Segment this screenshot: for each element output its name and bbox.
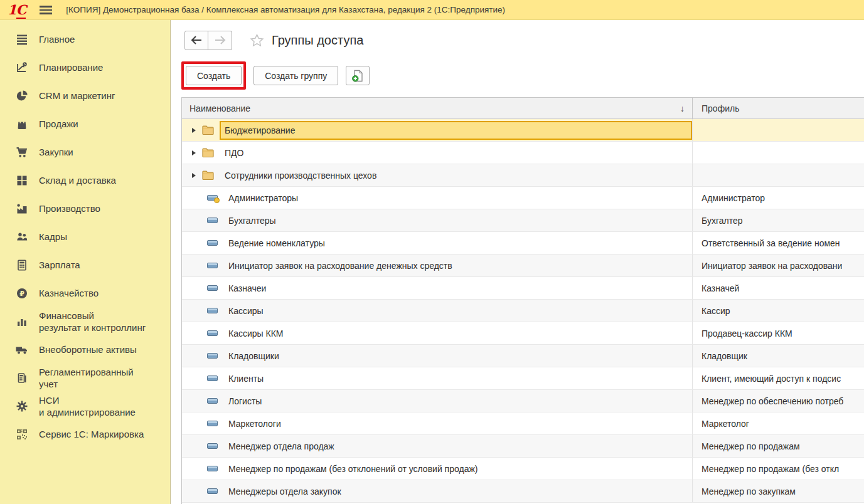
access-group-icon bbox=[207, 240, 218, 246]
profile-cell: Ответственный за ведение номен bbox=[693, 232, 864, 254]
sidebar-item-gear[interactable]: НСИ и администрирование bbox=[0, 392, 170, 420]
profile-cell: Продавец-кассир ККМ bbox=[693, 322, 864, 344]
name-cell: Инициатор заявок на расходование денежны… bbox=[182, 255, 693, 276]
group-name: ПДО bbox=[220, 144, 692, 162]
table-row[interactable]: КладовщикиКладовщик bbox=[182, 345, 864, 367]
hamburger-icon[interactable] bbox=[40, 6, 52, 14]
expander-spacer bbox=[191, 217, 197, 224]
pie-chart-icon bbox=[15, 90, 29, 102]
factory-icon bbox=[15, 202, 29, 215]
profile-cell: Администратор bbox=[693, 187, 864, 209]
sidebar-item-label: Производство bbox=[39, 202, 100, 214]
table-row[interactable]: КассирыКассир bbox=[182, 300, 864, 322]
expander-spacer bbox=[191, 194, 197, 202]
expander-spacer bbox=[191, 330, 197, 337]
sidebar-item-label: Планирование bbox=[39, 61, 103, 73]
name-cell: ПДО bbox=[182, 142, 693, 164]
sidebar-item-bar-chart[interactable]: Финансовый результат и контроллинг bbox=[0, 307, 170, 335]
create-by-copy-button[interactable] bbox=[346, 66, 370, 85]
sidebar-item-ledger[interactable]: Регламентированный учет bbox=[0, 364, 170, 392]
sidebar-item-pie-chart[interactable]: CRM и маркетинг bbox=[0, 81, 170, 110]
table-body: БюджетированиеПДОСотрудники производстве… bbox=[182, 119, 864, 503]
create-by-copy-icon bbox=[351, 69, 365, 83]
table-row[interactable]: Сотрудники производственных цехов bbox=[182, 164, 864, 187]
column-header-profile[interactable]: Профиль bbox=[693, 98, 864, 118]
name-cell: Маркетологи bbox=[182, 412, 693, 434]
sidebar-item-truck[interactable]: Внеоборотные активы bbox=[0, 335, 170, 364]
column-header-name[interactable]: Наименование ↓ bbox=[182, 98, 693, 118]
access-group-icon bbox=[207, 375, 218, 381]
group-name: Сотрудники производственных цехов bbox=[220, 167, 692, 184]
profile-cell: Маркетолог bbox=[693, 412, 864, 434]
name-cell: Бухгалтеры bbox=[182, 209, 693, 231]
group-name: Казначеи bbox=[223, 280, 692, 297]
table-row[interactable]: Бюджетирование bbox=[182, 119, 864, 142]
table-row[interactable]: КлиентыКлиент, имеющий доступ к подсис bbox=[182, 367, 864, 390]
sidebar-item-cart[interactable]: Закупки bbox=[0, 138, 170, 166]
grid-icon bbox=[15, 174, 29, 187]
sidebar-item-qr-code[interactable]: Сервис 1С: Маркировка bbox=[0, 420, 170, 448]
create-button[interactable]: Создать bbox=[186, 66, 242, 85]
table-row[interactable]: Инициатор заявок на расходование денежны… bbox=[182, 255, 864, 277]
profile-cell: Менеджер по закупкам bbox=[693, 480, 864, 502]
profile-cell: Менеджер по обеспечению потреб bbox=[693, 390, 864, 412]
forward-button[interactable] bbox=[208, 31, 232, 50]
table-row[interactable]: ЛогистыМенеджер по обеспечению потреб bbox=[182, 390, 864, 412]
name-cell: Менеджеры отдела закупок bbox=[182, 480, 693, 502]
group-name: Менеджеры отдела закупок bbox=[223, 483, 692, 500]
table-row[interactable]: МаркетологиМаркетолог bbox=[182, 412, 864, 435]
sidebar-item-label: Казначейство bbox=[39, 287, 99, 299]
logo-1c: 1С bbox=[8, 3, 26, 16]
name-cell: Менеджер по продажам (без отклонений от … bbox=[182, 458, 693, 480]
sidebar-item-factory[interactable]: Производство bbox=[0, 194, 170, 223]
expander-spacer bbox=[191, 239, 197, 247]
expand-icon[interactable] bbox=[191, 127, 197, 134]
gear-icon bbox=[15, 400, 29, 412]
expand-icon[interactable] bbox=[191, 149, 197, 157]
table-row[interactable]: Ведение номенклатурыОтветственный за вед… bbox=[182, 232, 864, 255]
sidebar-item-planning[interactable]: Планирование bbox=[0, 53, 170, 81]
sort-desc-arrow-icon: ↓ bbox=[680, 103, 685, 113]
table-row[interactable]: Кассиры ККМПродавец-кассир ККМ bbox=[182, 322, 864, 345]
access-group-icon bbox=[207, 353, 218, 359]
name-cell: Кассиры ККМ bbox=[182, 322, 693, 344]
name-cell: Бюджетирование bbox=[182, 119, 693, 141]
table-row[interactable]: Менеджер отдела продажМенеджер по продаж… bbox=[182, 435, 864, 458]
group-name: Кладовщики bbox=[223, 347, 692, 365]
access-group-icon bbox=[207, 466, 218, 471]
access-group-icon bbox=[207, 285, 218, 291]
expander-spacer bbox=[191, 443, 197, 450]
expander-spacer bbox=[191, 285, 197, 292]
table-row[interactable]: КазначеиКазначей bbox=[182, 277, 864, 300]
table-row[interactable]: ПДО bbox=[182, 142, 864, 164]
sidebar-item-menu-lines[interactable]: Главное bbox=[0, 25, 170, 53]
star-icon[interactable] bbox=[249, 33, 265, 48]
profile-cell: Кассир bbox=[693, 300, 864, 322]
name-cell: Логисты bbox=[182, 390, 693, 412]
arrow-right-icon bbox=[215, 36, 226, 45]
sidebar-item-shopping-bag[interactable]: Продажи bbox=[0, 110, 170, 138]
qr-code-icon bbox=[15, 428, 29, 441]
sidebar-item-label: CRM и маркетинг bbox=[39, 90, 115, 102]
create-group-button[interactable]: Создать группу bbox=[253, 66, 338, 85]
folder-icon bbox=[202, 148, 214, 157]
sidebar-item-people[interactable]: Кадры bbox=[0, 223, 170, 251]
main-area: Группы доступа Создать Создать группу bbox=[171, 20, 864, 504]
sidebar-item-grid[interactable]: Склад и доставка bbox=[0, 166, 170, 194]
table-row[interactable]: Менеджеры отдела закупокМенеджер по заку… bbox=[182, 480, 864, 503]
expander-spacer bbox=[191, 262, 197, 270]
group-name: Маркетологи bbox=[223, 415, 692, 433]
folder-icon bbox=[202, 125, 214, 135]
sidebar-item-label: НСИ и администрирование bbox=[39, 394, 136, 418]
expand-icon[interactable] bbox=[191, 172, 197, 179]
back-button[interactable] bbox=[184, 31, 208, 50]
access-group-icon bbox=[207, 488, 218, 494]
name-cell: Кассиры bbox=[182, 300, 693, 322]
table-row[interactable]: АдминистраторыАдминистратор bbox=[182, 187, 864, 209]
sidebar-item-label: Закупки bbox=[39, 146, 73, 158]
table-row[interactable]: Менеджер по продажам (без отклонений от … bbox=[182, 458, 864, 480]
sidebar-item-coin[interactable]: ₽Казначейство bbox=[0, 279, 170, 307]
table-row[interactable]: БухгалтерыБухгалтер bbox=[182, 209, 864, 232]
column-header-name-label: Наименование bbox=[189, 103, 250, 113]
sidebar-item-calculator[interactable]: Зарплата bbox=[0, 251, 170, 279]
